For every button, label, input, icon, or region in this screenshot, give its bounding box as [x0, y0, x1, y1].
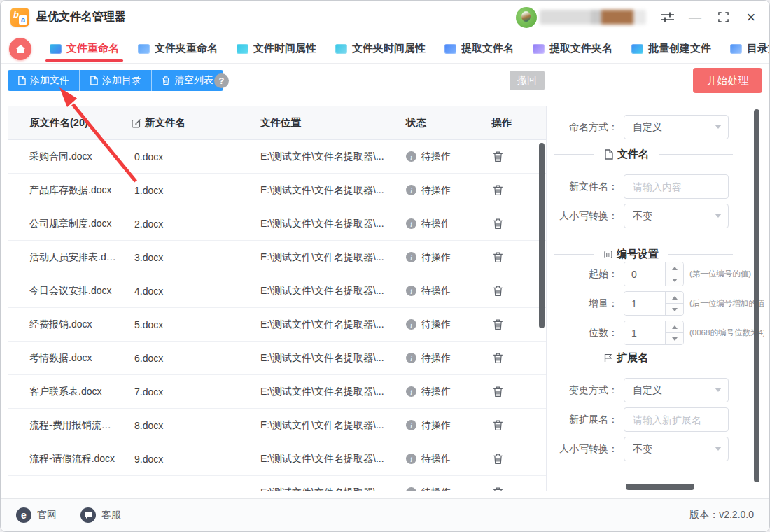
trash-icon	[493, 419, 503, 431]
status-text: 待操作	[421, 352, 451, 365]
tab-batch-create[interactable]: 批量创建文件	[631, 34, 711, 63]
filename-section-header: 文件名	[554, 147, 764, 162]
table-row: 流程-费用报销流程.docx8.docxE:\测试文件\文件名提取器\...i待…	[8, 409, 546, 442]
undo-button[interactable]: 撤回	[510, 71, 545, 90]
tab-label: 文件重命名	[66, 42, 119, 55]
action-cell	[477, 250, 546, 265]
file-icon	[604, 149, 613, 160]
table-row: 今日会议安排.docx4.docxE:\测试文件\文件名提取器\...i待操作	[8, 274, 546, 308]
folder-time-icon	[335, 44, 347, 54]
delete-row-button[interactable]	[491, 418, 505, 433]
table-body: 采购合同.docx0.docxE:\测试文件\文件名提取器\...i待操作产品库…	[8, 140, 546, 491]
new-filename-input[interactable]	[624, 174, 729, 199]
start-number-input[interactable]	[624, 262, 665, 286]
status-text: 待操作	[421, 285, 451, 298]
clear-list-button[interactable]: 清空列表	[151, 70, 223, 91]
trash-icon	[493, 386, 503, 398]
panel-scrollbar-thumb[interactable]	[754, 109, 760, 482]
settings-sliders-button[interactable]	[653, 4, 681, 31]
chevron-down-icon	[672, 337, 678, 341]
help-button[interactable]: ?	[214, 74, 229, 88]
delete-row-button[interactable]	[491, 384, 505, 399]
action-cell	[477, 216, 546, 231]
delete-row-button[interactable]	[491, 183, 505, 197]
change-mode-value: 自定义	[633, 384, 662, 396]
folder-rename-icon	[138, 44, 150, 54]
tab-extract-filename[interactable]: 提取文件名	[444, 34, 514, 63]
flag-icon	[604, 354, 612, 363]
stepper-down-button[interactable]	[666, 274, 683, 286]
delete-row-button[interactable]	[491, 351, 505, 365]
info-icon: i	[406, 185, 416, 195]
stepper-up-button[interactable]	[666, 321, 683, 333]
maximize-button[interactable]	[709, 4, 737, 31]
document-icon	[90, 76, 98, 85]
new-filename: 4.docx	[120, 286, 246, 297]
customer-service-link[interactable]: 客服	[80, 507, 121, 523]
tab-label: 提取文件夹名	[550, 42, 612, 55]
status-text: 待操作	[421, 218, 451, 230]
increment-input[interactable]	[624, 292, 665, 315]
app-identity: ba 星优文件名管理器	[10, 8, 126, 27]
change-mode-select[interactable]: 自定义	[624, 378, 729, 402]
maximize-icon	[718, 12, 729, 22]
tab-merge-extract[interactable]: 目录文件合并/提取	[730, 34, 770, 63]
new-extension-input[interactable]	[624, 407, 729, 432]
user-account[interactable]	[516, 7, 646, 28]
app-title: 星优文件名管理器	[36, 10, 126, 24]
delete-row-button[interactable]	[491, 317, 505, 332]
trash-icon	[493, 352, 503, 364]
delete-row-button[interactable]	[491, 149, 505, 164]
status-cell: i待操作	[392, 352, 477, 365]
case-convert2-select[interactable]: 不变	[624, 437, 729, 461]
tab-list: 文件重命名文件夹重命名文件时间属性文件夹时间属性提取文件名提取文件夹名批量创建文…	[50, 34, 770, 63]
original-filename: 公司规章制度.docx	[8, 218, 120, 230]
new-extension-label: 新扩展名：	[554, 414, 624, 426]
stepper-up-button[interactable]	[666, 262, 683, 274]
delete-row-button[interactable]	[491, 284, 505, 298]
digits-input[interactable]	[624, 321, 665, 344]
table-header: 原文件名(20) 新文件名 文件位置 状态 操作	[8, 106, 546, 140]
tab-file-time[interactable]: 文件时间属性	[237, 34, 316, 63]
tab-folder-time[interactable]: 文件夹时间属性	[335, 34, 426, 63]
stepper-down-button[interactable]	[666, 333, 683, 344]
digits-label: 位数：	[554, 327, 624, 340]
delete-row-button[interactable]	[491, 216, 505, 231]
delete-row-button[interactable]	[491, 485, 505, 491]
file-location: E:\测试文件\文件名提取器\...	[246, 150, 392, 163]
tab-file-rename[interactable]: 文件重命名	[50, 34, 119, 63]
minimize-button[interactable]: —	[681, 4, 709, 31]
extract-filename-icon	[444, 44, 456, 54]
start-process-button[interactable]: 开始处理	[693, 68, 762, 93]
file-location: E:\测试文件\文件名提取器\...	[246, 318, 392, 331]
close-button[interactable]: ×	[737, 4, 765, 31]
case-convert-select[interactable]: 不变	[624, 204, 729, 228]
panel-horizontal-scrollbar-thumb[interactable]	[626, 484, 694, 490]
delete-row-button[interactable]	[491, 451, 505, 466]
tab-folder-rename[interactable]: 文件夹重命名	[138, 34, 218, 63]
home-button[interactable]	[9, 38, 31, 60]
case-convert2-label: 大小写转换：	[554, 443, 624, 456]
add-file-button[interactable]: 添加文件	[8, 70, 79, 91]
table-scrollbar-thumb[interactable]	[539, 143, 545, 328]
avatar	[516, 7, 537, 28]
original-filename: 采购合同.docx	[8, 150, 120, 163]
status-cell: i待操作	[392, 318, 477, 331]
add-directory-button[interactable]: 添加目录	[79, 70, 151, 91]
toolbar-button-group: 添加文件 添加目录 清空列表	[8, 70, 223, 91]
file-location: E:\测试文件\文件名提取器\...	[246, 419, 392, 432]
official-website-link[interactable]: e 官网	[16, 507, 57, 523]
tab-extract-foldername[interactable]: 提取文件夹名	[533, 34, 612, 63]
naming-mode-select[interactable]: 自定义	[624, 115, 729, 139]
delete-row-button[interactable]	[491, 250, 505, 265]
stepper-up-button[interactable]	[666, 292, 683, 304]
titlebar: ba 星优文件名管理器 — ×	[1, 1, 769, 34]
status-cell: i待操作	[392, 386, 477, 398]
stepper-down-button[interactable]	[666, 304, 683, 315]
trash-icon	[493, 218, 503, 230]
status-cell: i待操作	[392, 218, 477, 230]
status-cell: i待操作	[392, 285, 477, 298]
original-filename: 客户联系表.docx	[8, 386, 120, 398]
trash-icon	[162, 76, 170, 85]
filename-section-title: 文件名	[617, 148, 649, 161]
